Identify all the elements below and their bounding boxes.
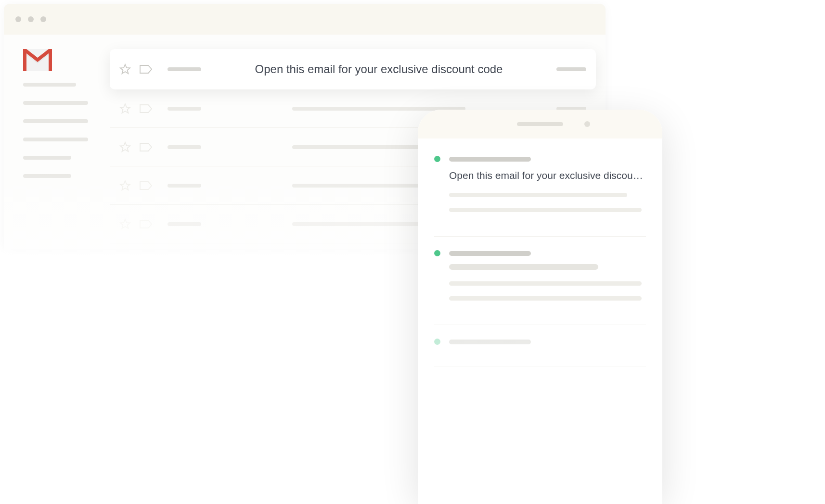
sender-placeholder: [168, 184, 201, 188]
phone-speaker-icon: [517, 122, 563, 126]
mobile-email-subject: Open this email for your exclusive disco…: [449, 170, 646, 181]
mobile-email-item[interactable]: [434, 339, 646, 366]
svg-marker-3: [120, 64, 130, 74]
sidebar-item[interactable]: [23, 174, 71, 178]
mobile-subject-placeholder: [449, 264, 598, 270]
star-icon[interactable]: [119, 63, 131, 75]
svg-marker-6: [120, 181, 130, 190]
mobile-body-placeholder: [449, 208, 642, 212]
sidebar-item[interactable]: [23, 101, 88, 105]
sender-placeholder: [168, 145, 201, 149]
phone-email-list: Open this email for your exclusive disco…: [418, 139, 662, 366]
unread-dot-icon: [434, 339, 440, 345]
mobile-email-item[interactable]: Open this email for your exclusive disco…: [434, 156, 646, 237]
window-titlebar: [4, 4, 606, 35]
tag-icon[interactable]: [140, 219, 152, 229]
traffic-light-minimize-icon[interactable]: [28, 16, 34, 22]
mobile-phone-mockup: Open this email for your exclusive disco…: [418, 110, 662, 504]
svg-marker-4: [120, 104, 130, 113]
mobile-sender-placeholder: [449, 340, 531, 344]
tag-icon[interactable]: [140, 142, 152, 152]
unread-dot-icon: [434, 156, 440, 162]
tag-icon[interactable]: [140, 104, 152, 113]
mobile-sender-placeholder: [449, 251, 531, 256]
traffic-light-close-icon[interactable]: [15, 16, 21, 22]
sidebar-item[interactable]: [23, 156, 71, 160]
sidebar-item[interactable]: [23, 83, 76, 87]
gmail-logo-icon: [23, 49, 52, 71]
mobile-body-placeholder: [449, 296, 642, 301]
tag-icon[interactable]: [140, 181, 152, 190]
mobile-email-item[interactable]: [434, 250, 646, 325]
svg-marker-5: [120, 142, 130, 151]
phone-notch: [418, 110, 662, 139]
email-row-highlighted[interactable]: Open this email for your exclusive disco…: [110, 49, 596, 89]
traffic-light-maximize-icon[interactable]: [40, 16, 46, 22]
email-subject: Open this email for your exclusive disco…: [210, 63, 548, 76]
star-icon[interactable]: [119, 218, 131, 230]
mobile-sender-placeholder: [449, 157, 531, 162]
star-icon[interactable]: [119, 103, 131, 114]
date-placeholder: [556, 67, 586, 71]
unread-dot-icon: [434, 250, 440, 256]
sender-placeholder: [168, 67, 201, 71]
mobile-body-placeholder: [449, 281, 642, 286]
sender-placeholder: [168, 107, 201, 111]
mobile-body-placeholder: [449, 193, 627, 197]
sidebar: [4, 35, 110, 249]
svg-marker-7: [120, 219, 130, 228]
email-subject-text: Open this email for your exclusive disco…: [255, 63, 503, 76]
phone-camera-icon: [584, 121, 590, 127]
sender-placeholder: [168, 222, 201, 226]
star-icon[interactable]: [119, 180, 131, 191]
sidebar-item[interactable]: [23, 138, 88, 141]
star-icon[interactable]: [119, 141, 131, 153]
tag-icon[interactable]: [140, 64, 152, 74]
sidebar-item[interactable]: [23, 119, 88, 123]
